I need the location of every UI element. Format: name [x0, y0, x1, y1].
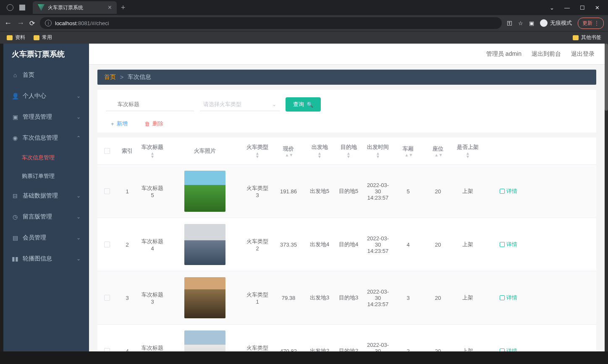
chevron-down-icon: ⌄: [76, 114, 81, 120]
cell-type: 火车类型1: [243, 271, 272, 324]
train-table: 索引 车次标题▲▼ 火车照片 火车类型▲▼ 现价 ▲▼ 出发地▲▼ 目的地▲▼ …: [97, 138, 596, 351]
query-button[interactable]: 查询 🔍: [286, 97, 321, 112]
th-seat[interactable]: 座位 ▲▼: [423, 138, 453, 164]
close-button[interactable]: ✕: [595, 5, 600, 11]
bookmark-folder[interactable]: 资料: [7, 34, 25, 41]
th-type[interactable]: 火车类型▲▼: [243, 138, 272, 164]
table-row: 1 车次标题5 火车类型3 191.86 出发地5 目的地5 2022-03-3…: [97, 165, 596, 218]
monitor-icon: ▣: [12, 114, 18, 120]
train-image[interactable]: [184, 224, 225, 265]
bookmark-folder[interactable]: 常用: [34, 34, 52, 41]
scrollbar-thumb[interactable]: [605, 44, 608, 111]
update-button[interactable]: 更新 ⋮: [578, 18, 604, 29]
sidebar-item-messages[interactable]: ◷ 留言版管理 ⌄: [3, 206, 89, 227]
detail-button[interactable]: 详情: [500, 241, 517, 248]
cell-type: 火车类型1: [243, 325, 272, 351]
row-checkbox[interactable]: [104, 348, 110, 351]
train-image[interactable]: [184, 330, 225, 351]
detail-button[interactable]: 详情: [500, 187, 517, 195]
detail-button[interactable]: 详情: [500, 347, 517, 351]
sidebar-item-admin[interactable]: ▣ 管理员管理 ⌄: [3, 107, 89, 127]
cell-from: 出发地3: [305, 271, 334, 324]
th-shelf[interactable]: 是否上架▲▼: [453, 138, 483, 164]
breadcrumb-home[interactable]: 首页: [104, 73, 116, 81]
cell-seat: 20: [423, 218, 453, 271]
url-bar[interactable]: i localhost:8081/#/checi: [40, 17, 502, 29]
star-icon[interactable]: ☆: [518, 20, 523, 26]
cell-seat: 20: [423, 165, 453, 218]
breadcrumb: 首页 > 车次信息: [97, 70, 596, 85]
cell-car: 4: [393, 218, 423, 271]
breadcrumb-current: 车次信息: [128, 73, 151, 81]
cell-photo: [167, 218, 243, 271]
cell-car: 5: [393, 165, 423, 218]
train-image[interactable]: [184, 171, 225, 212]
bars-icon: ▤: [12, 234, 18, 241]
close-tab-icon[interactable]: ×: [108, 4, 112, 11]
refresh-button[interactable]: ⟳: [29, 19, 35, 27]
minimize-button[interactable]: —: [564, 5, 570, 11]
sidebar-item-home[interactable]: ⌂ 首页: [3, 65, 89, 86]
sidebar-subitem-train-info[interactable]: 车次信息管理: [3, 148, 89, 167]
other-bookmarks[interactable]: 其他书签: [573, 34, 601, 41]
cell-photo: [167, 271, 243, 324]
train-image[interactable]: [184, 277, 225, 318]
scrollbar-vertical[interactable]: [605, 44, 608, 351]
th-car[interactable]: 车厢 ▲▼: [393, 138, 423, 164]
table-header: 索引 车次标题▲▼ 火车照片 火车类型▲▼ 现价 ▲▼ 出发地▲▼ 目的地▲▼ …: [97, 138, 596, 165]
key-icon[interactable]: ⚿: [507, 20, 512, 26]
cell-price: 470.82: [272, 325, 305, 351]
cell-to: 目的地5: [334, 165, 363, 218]
sort-icon: ▲▼: [284, 153, 294, 157]
doc-icon: [500, 295, 505, 300]
th-time[interactable]: 出发时间▲▼: [363, 138, 393, 164]
doc-icon: [500, 189, 505, 194]
logout-link[interactable]: 退出登录: [571, 50, 595, 58]
row-checkbox[interactable]: [104, 188, 110, 194]
new-tab-button[interactable]: +: [121, 3, 126, 12]
forward-button[interactable]: →: [17, 19, 24, 28]
browser-nav-bar: ← → ⟳ i localhost:8081/#/checi ⚿ ☆ ▣ 无痕模…: [0, 15, 608, 31]
cell-photo: [167, 165, 243, 218]
extensions-icon[interactable]: ▣: [529, 20, 534, 26]
type-select[interactable]: 请选择火车类型 ⌄: [200, 98, 280, 111]
row-checkbox[interactable]: [104, 242, 110, 247]
table-row: 3 车次标题3 火车类型1 79.38 出发地3 目的地3 2022-03-30…: [97, 271, 596, 325]
th-to[interactable]: 目的地▲▼: [334, 138, 363, 164]
top-bar: 管理员 admin 退出到前台 退出登录: [89, 44, 605, 65]
admin-label[interactable]: 管理员 admin: [486, 50, 522, 58]
cell-time: 2022-03-30 14:23:57: [363, 271, 393, 324]
logout-front-link[interactable]: 退出到前台: [532, 50, 561, 58]
back-button[interactable]: ←: [4, 19, 12, 28]
trash-icon: 🗑: [144, 121, 150, 127]
site-info-icon[interactable]: i: [45, 20, 52, 26]
sidebar-item-basedata[interactable]: ⊟ 基础数据管理 ⌄: [3, 185, 89, 206]
add-button[interactable]: + 新增: [111, 120, 128, 127]
chevron-down-icon[interactable]: ⌄: [550, 5, 554, 11]
chevron-down-icon: ⌄: [76, 256, 81, 262]
th-price[interactable]: 现价 ▲▼: [272, 138, 305, 164]
sidebar-subitem-ticket-order[interactable]: 购票订单管理: [3, 167, 89, 185]
maximize-button[interactable]: ☐: [580, 5, 585, 11]
cell-time: 2022-03-30 14:23:57: [363, 325, 393, 351]
sidebar-item-members[interactable]: ▤ 会员管理 ⌄: [3, 227, 89, 248]
sort-icon: ▲▼: [466, 152, 470, 159]
search-input[interactable]: [106, 98, 194, 111]
sidebar-item-profile[interactable]: 👤 个人中心 ⌄: [3, 86, 89, 107]
th-title[interactable]: 车次标题▲▼: [138, 138, 167, 164]
delete-button[interactable]: 🗑 删除: [144, 120, 163, 127]
cell-index: 1: [117, 165, 138, 218]
incognito-icon: [540, 19, 548, 27]
detail-button[interactable]: 详情: [500, 294, 517, 302]
row-checkbox[interactable]: [104, 295, 110, 301]
sort-icon: ▲▼: [255, 152, 259, 159]
search-icon: 🔍: [307, 101, 313, 108]
th-index[interactable]: 索引: [117, 138, 138, 164]
database-icon: ⊟: [12, 192, 18, 199]
sidebar-item-train-info[interactable]: ◉ 车次信息管理 ⌃: [3, 127, 89, 148]
select-all-checkbox[interactable]: [104, 148, 110, 154]
doc-icon: [500, 348, 505, 351]
th-from[interactable]: 出发地▲▼: [305, 138, 334, 164]
sidebar-item-carousel[interactable]: ▮▮ 轮播图信息 ⌄: [3, 248, 89, 269]
browser-tab[interactable]: 火车票订票系统 ×: [33, 1, 117, 14]
